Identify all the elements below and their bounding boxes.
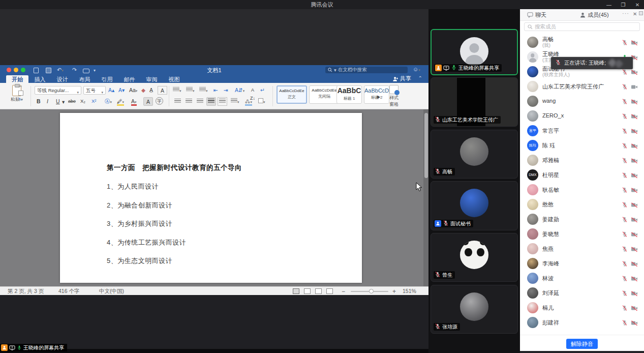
member-row-林波[interactable]: 林波 — [520, 271, 644, 285]
phonetic-guide-icon[interactable]: A̤ — [149, 86, 153, 95]
mic-muted-icon[interactable] — [622, 216, 628, 225]
document-canvas[interactable]: 第一方面 把握新时代设计教育的五个导向1、为人民而设计2、为融合创新而设计3、为… — [0, 109, 423, 286]
zoom-level[interactable]: 151% — [403, 288, 416, 294]
document-search-box[interactable]: ▾ 在文档中搜索 — [325, 67, 408, 73]
align-right-button[interactable] — [195, 97, 205, 106]
style-无间隔[interactable]: AaBbCcDdEe无间隔 — [309, 85, 340, 104]
close-button[interactable]: ✕ — [634, 2, 641, 8]
unmute-button[interactable]: 解除静音 — [566, 339, 598, 349]
member-row-常言平[interactable]: 言平常言平 — [520, 123, 644, 138]
member-row-姜建勋[interactable]: 姜建勋 — [520, 212, 644, 226]
subscript-button[interactable]: X₂ — [80, 97, 85, 106]
feedback-smiley-icon[interactable]: ☺▾ — [413, 66, 420, 72]
bold-button[interactable]: B — [37, 97, 41, 106]
camera-muted-icon[interactable] — [631, 39, 638, 48]
copy-icon[interactable] — [18, 91, 23, 96]
mic-muted-icon[interactable] — [622, 112, 628, 122]
minimize-button[interactable]: — — [605, 2, 612, 8]
camera-muted-icon[interactable] — [631, 68, 638, 77]
cut-icon[interactable]: ✂ — [18, 84, 23, 89]
pilcrow-icon[interactable]: ↵ — [260, 86, 265, 95]
member-row-刘泽延[interactable]: 刘泽延 — [520, 285, 644, 300]
mic-muted-icon[interactable] — [622, 157, 628, 166]
text-effects-icon[interactable]: Ⓐ▾ — [105, 97, 112, 106]
video-tile-张培源[interactable]: 张培源 — [431, 285, 518, 334]
word-count[interactable]: 416 个字 — [58, 288, 79, 295]
mic-muted-icon[interactable] — [622, 142, 628, 151]
mic-muted-icon[interactable] — [622, 39, 628, 48]
member-row-彭建祥[interactable]: 彭建祥 — [520, 315, 644, 330]
camera-off-icon[interactable] — [631, 83, 638, 92]
camera-muted-icon[interactable] — [631, 275, 638, 284]
member-row-wang[interactable]: wang — [520, 94, 644, 108]
camera-muted-icon[interactable] — [631, 142, 638, 151]
mic-muted-icon[interactable] — [622, 171, 628, 181]
bullets-icon[interactable]: ▾ — [173, 86, 181, 95]
maximize-button[interactable]: ❐ — [620, 2, 627, 8]
mic-muted-icon[interactable] — [622, 245, 628, 254]
camera-muted-icon[interactable] — [631, 245, 638, 254]
search-scope-caret[interactable]: ▾ — [334, 67, 336, 73]
mic-muted-icon[interactable] — [622, 98, 628, 107]
zoom-out-button[interactable]: − — [342, 288, 345, 295]
camera-muted-icon[interactable] — [631, 98, 638, 107]
member-row-姜晓慧[interactable]: 姜晓慧 — [520, 226, 644, 241]
mic-muted-icon[interactable] — [622, 304, 628, 313]
highlight-color-icon[interactable]: 🖉▾ — [117, 97, 124, 106]
clear-formatting-icon[interactable]: ◆ — [141, 86, 145, 95]
camera-muted-icon[interactable] — [631, 127, 638, 136]
justify-button[interactable] — [206, 97, 216, 106]
camera-muted-icon[interactable] — [631, 186, 638, 195]
enclose-characters-icon[interactable]: 字 — [156, 97, 163, 105]
camera-muted-icon[interactable] — [631, 201, 638, 210]
tab-chat[interactable]: 聊天 — [527, 11, 546, 19]
mic-muted-icon[interactable] — [622, 289, 628, 299]
panel-close-button[interactable]: ✕ — [633, 11, 637, 17]
camera-muted-icon[interactable] — [631, 319, 638, 328]
camera-muted-icon[interactable] — [631, 230, 638, 240]
mic-muted-icon[interactable] — [622, 230, 628, 240]
draft-view-button[interactable] — [326, 288, 333, 294]
member-row-楠儿[interactable]: 楠儿 — [520, 300, 644, 315]
member-row-焦燕[interactable]: 焦燕 — [520, 241, 644, 256]
strikethrough-button[interactable]: abe — [68, 97, 76, 106]
member-row-高畅[interactable]: 高畅(我) — [520, 35, 644, 49]
video-tile-王晓峰的屏幕共享[interactable]: 王晓峰的屏幕共享 — [431, 29, 518, 75]
sort-icon[interactable]: AZ↓ — [250, 86, 255, 95]
camera-muted-icon[interactable] — [631, 304, 638, 313]
document-scrollbar[interactable] — [423, 109, 428, 286]
panel-dock-icon[interactable] — [639, 11, 643, 15]
member-list[interactable]: 高畅(我)王晓峰(主持人)面试秘书(联席主持人)山东工艺美术学院王传广wangZ… — [520, 35, 644, 335]
member-row-邓雅楠[interactable]: 邓雅楠 — [520, 153, 644, 167]
underline-caret[interactable]: ▾ — [62, 98, 65, 106]
camera-muted-icon[interactable] — [631, 289, 638, 299]
font-color-icon[interactable]: A▾ — [131, 97, 137, 106]
web-layout-view-button[interactable] — [304, 288, 311, 294]
document-text[interactable]: 第一方面 把握新时代设计教育的五个导向1、为人民而设计2、为融合创新而设计3、为… — [107, 163, 341, 275]
shrink-font-button[interactable]: A▾ — [118, 86, 125, 95]
camera-muted-icon[interactable] — [631, 216, 638, 225]
tab-members[interactable]: 成员(45) — [580, 11, 609, 19]
character-shading-icon[interactable]: A — [143, 97, 153, 106]
member-row-耿岳敏[interactable]: 耿岳敏 — [520, 182, 644, 197]
member-row-憨憨[interactable]: 憨憨 — [520, 197, 644, 212]
video-tile-曾生[interactable]: 曾生 — [431, 233, 518, 282]
format-painter-icon[interactable]: ✎ — [18, 97, 23, 102]
video-tile-山东工艺美术学院王传广[interactable]: 山东工艺美术学院王传广 — [431, 77, 518, 127]
mic-muted-icon[interactable] — [622, 319, 628, 328]
underline-button[interactable]: U — [56, 97, 60, 106]
zoom-in-button[interactable]: + — [392, 288, 396, 295]
zoom-knob[interactable] — [369, 289, 374, 293]
line-spacing-icon[interactable]: ▾ — [231, 97, 239, 106]
grow-font-button[interactable]: A▴ — [108, 86, 114, 95]
video-tile-面试秘书[interactable]: 面试秘书 — [431, 181, 518, 230]
member-search-input[interactable]: 搜索成员 — [524, 22, 640, 31]
style-正文[interactable]: AaBbCcDdEe正文 — [277, 85, 307, 104]
member-row-ZERO_x[interactable]: ZERO_x — [520, 108, 644, 123]
print-layout-view-button[interactable] — [293, 288, 299, 294]
language-indicator[interactable]: 中文(中国) — [99, 288, 124, 295]
share-button[interactable]: 共享 — [392, 75, 411, 82]
document-page[interactable]: 第一方面 把握新时代设计教育的五个导向1、为人民而设计2、为融合创新而设计3、为… — [60, 113, 362, 283]
mic-muted-icon[interactable] — [622, 68, 628, 77]
styles-gallery-more[interactable]: ▶ — [377, 93, 380, 102]
